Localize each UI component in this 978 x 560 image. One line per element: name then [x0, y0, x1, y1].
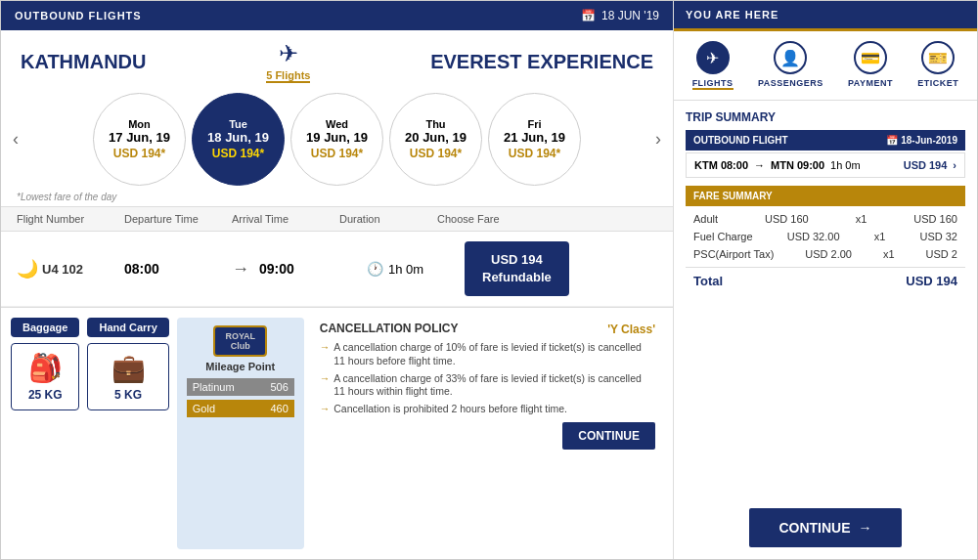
destination-city: EVEREST EXPERIENCE: [430, 51, 653, 73]
lowest-fare-note: *Lowest fare of the day: [1, 192, 673, 206]
you-are-here-header: YOU ARE HERE: [674, 1, 977, 28]
step-payment[interactable]: 💳 PAYMENT: [848, 41, 893, 90]
date-item-mon[interactable]: Mon 17 Jun, 19 USD 194*: [93, 93, 186, 186]
cancellation-class: 'Y Class': [607, 323, 655, 336]
outbound-flight-header: OUTBOUND FLIGHT 📅 18-Jun-2019: [686, 130, 965, 151]
baggage-icon: 🎒: [22, 352, 68, 384]
flight-arrow-icon: →: [232, 259, 249, 280]
col-flight-number: Flight Number: [17, 213, 124, 225]
continue-section: CONTINUE →: [674, 496, 977, 559]
step-eticket-label: ETICKET: [917, 78, 958, 88]
airline-icon: 🌙: [17, 258, 38, 280]
fare-row-total: Total USD 194: [686, 267, 965, 291]
route-center: ✈ 5 Flights: [266, 40, 310, 83]
flight-duration: 🕐 1h 0m: [367, 261, 465, 277]
flights-count: 5 Flights: [266, 69, 310, 83]
continue-main-button[interactable]: CONTINUE →: [749, 508, 901, 547]
flight-number: 🌙 U4 102: [17, 258, 124, 280]
cancellation-list: A cancellation charge of 10% of fare is …: [320, 341, 655, 415]
choose-fare-button[interactable]: USD 194 Refundable: [465, 241, 569, 296]
cancel-policy-3: Cancellation is prohibited 2 hours befor…: [320, 403, 655, 416]
step-flights-circle: ✈: [696, 41, 730, 74]
platinum-bar: Platinum 506: [187, 378, 294, 396]
cancel-policy-2: A cancellation charge of 33% of fare is …: [320, 372, 655, 399]
col-departure: Departure Time: [124, 213, 232, 225]
outbound-price: USD 194: [904, 159, 948, 171]
step-flights[interactable]: ✈ FLIGHTS: [692, 41, 734, 90]
col-duration: Duration: [339, 213, 437, 225]
step-eticket[interactable]: 🎫 ETICKET: [917, 41, 958, 90]
fare-row-adult: Adult USD 160 x1 USD 160: [686, 210, 965, 228]
outbound-route-to: MTN 09:00: [771, 159, 824, 171]
step-passengers[interactable]: 👤 PASSENGERS: [758, 41, 823, 90]
gold-bar: Gold 460: [187, 400, 294, 417]
flight-table-header: Flight Number Departure Time Arrival Tim…: [1, 206, 673, 232]
plane-icon: ✈: [279, 40, 298, 67]
route-row: KATHMANDU ✈ 5 Flights EVEREST EXPERIENCE: [1, 30, 673, 87]
outbound-arrow: →: [754, 159, 765, 171]
date-item-wed[interactable]: Wed 19 Jun, 19 USD 194*: [290, 93, 383, 186]
date-item-tue[interactable]: Tue 18 Jun, 19 USD 194*: [192, 93, 285, 186]
step-passengers-label: PASSENGERS: [758, 78, 823, 88]
cancellation-section: CANCELLATION POLICY 'Y Class' A cancella…: [312, 318, 663, 549]
outbound-flight-detail[interactable]: KTM 08:00 → MTN 09:00 1h 0m USD 194 ›: [686, 152, 965, 178]
flight-row: 🌙 U4 102 08:00 → 09:00 🕐 1h 0m USD 194 R…: [1, 232, 673, 307]
date-carousel: ‹ Mon 17 Jun, 19 USD 194* Tue 18 Jun, 19…: [1, 87, 673, 192]
hand-carry-label: Hand Carry: [87, 318, 168, 337]
royal-badge: ROYAL Club: [213, 325, 267, 357]
fare-row-fuel: Fuel Charge USD 32.00 x1 USD 32: [686, 228, 965, 245]
fare-summary-title: FARE SUMMARY: [686, 186, 965, 206]
header-date: 📅 18 JUN '19: [581, 9, 659, 22]
baggage-weight: 25 KG: [22, 388, 68, 402]
continue-bottom-button[interactable]: CONTINUE: [562, 422, 655, 450]
outbound-duration: 1h 0m: [830, 159, 861, 171]
prev-arrow[interactable]: ‹: [9, 129, 22, 150]
progress-steps: ✈ FLIGHTS 👤 PASSENGERS 💳 PAYMENT 🎫 ETICK…: [674, 31, 977, 101]
next-arrow[interactable]: ›: [651, 129, 665, 150]
departure-time: 08:00: [124, 261, 232, 277]
trip-summary-title: TRIP SUMMARY: [686, 110, 965, 124]
trip-summary: TRIP SUMMARY OUTBOUND FLIGHT 📅 18-Jun-20…: [674, 101, 977, 496]
step-eticket-circle: 🎫: [921, 41, 955, 74]
royal-club-section: ROYAL Club Mileage Point Platinum 506 Go…: [177, 318, 304, 549]
date-item-thu[interactable]: Thu 20 Jun, 19 USD 194*: [389, 93, 482, 186]
hand-carry-icon: 💼: [98, 352, 157, 384]
baggage-label: Baggage: [11, 318, 79, 337]
clock-icon: 🕐: [367, 261, 383, 277]
outbound-flights-title: OUTBOUND FLIGHTS: [15, 10, 142, 22]
baggage-section: Baggage 🎒 25 KG: [11, 318, 79, 549]
date-items: Mon 17 Jun, 19 USD 194* Tue 18 Jun, 19 U…: [26, 93, 647, 186]
main-header: OUTBOUND FLIGHTS 📅 18 JUN '19: [1, 1, 673, 30]
hand-carry-weight: 5 KG: [98, 388, 157, 402]
origin-city: KATHMANDU: [21, 51, 147, 73]
step-passengers-circle: 👤: [774, 41, 807, 74]
step-payment-label: PAYMENT: [848, 78, 893, 88]
cancel-policy-1: A cancellation charge of 10% of fare is …: [320, 341, 655, 367]
bottom-panel: Baggage 🎒 25 KG Hand Carry 💼 5 KG ROYAL …: [1, 307, 673, 559]
arrival-time: 09:00: [259, 261, 367, 277]
baggage-icon-box: 🎒 25 KG: [11, 343, 79, 410]
step-payment-circle: 💳: [854, 41, 887, 74]
date-item-fri[interactable]: Fri 21 Jun, 19 USD 194*: [488, 93, 581, 186]
outbound-chevron: ›: [953, 159, 956, 171]
step-flights-label: FLIGHTS: [692, 78, 734, 90]
mileage-label: Mileage Point: [205, 361, 275, 372]
platinum-fill: Platinum 506: [187, 378, 294, 396]
fare-row-psc: PSC(Airport Tax) USD 2.00 x1 USD 2: [686, 245, 965, 263]
cancellation-title: CANCELLATION POLICY: [320, 322, 459, 335]
col-arrival: Arrival Time: [232, 213, 339, 225]
right-panel: YOU ARE HERE ✈ FLIGHTS 👤 PASSENGERS 💳 PA…: [674, 1, 977, 559]
col-choose-fare: Choose Fare: [437, 213, 657, 225]
hand-carry-icon-box: 💼 5 KG: [87, 343, 168, 410]
hand-carry-section: Hand Carry 💼 5 KG: [87, 318, 168, 549]
outbound-route-from: KTM 08:00: [694, 159, 748, 171]
gold-fill: Gold 460: [187, 400, 294, 417]
